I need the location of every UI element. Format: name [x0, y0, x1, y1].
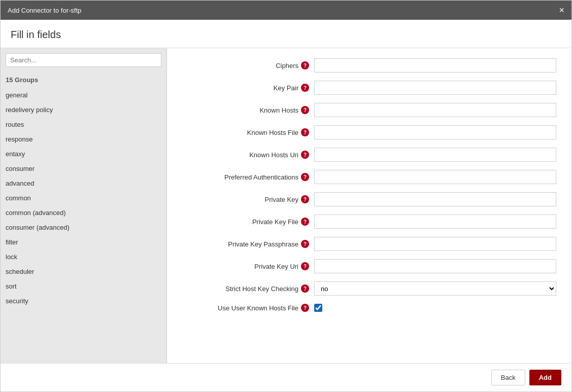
- sidebar-item-sort[interactable]: sort: [1, 279, 166, 294]
- sidebar-item-consumer-advanced[interactable]: consumer (advanced): [1, 220, 166, 235]
- input-known-hosts-uri[interactable]: [314, 148, 556, 162]
- form-row-ciphers: Ciphers ?: [182, 58, 556, 73]
- label-known-hosts-uri: Known Hosts Uri ?: [182, 151, 314, 159]
- label-known-hosts: Known Hosts ?: [182, 106, 314, 114]
- label-use-user-known-hosts-file: Use User Known Hosts File ?: [182, 304, 314, 312]
- sidebar-item-general[interactable]: general: [1, 88, 166, 102]
- help-icon-private-key[interactable]: ?: [301, 195, 309, 203]
- search-input[interactable]: [6, 53, 161, 67]
- help-icon-private-key-file[interactable]: ?: [301, 218, 309, 226]
- dialog-header: Add Connector to for-sftp ×: [1, 1, 571, 20]
- label-preferred-authentications: Preferred Authentications ?: [182, 173, 314, 181]
- sidebar-item-lock[interactable]: lock: [1, 250, 166, 264]
- input-private-key-passphrase[interactable]: [314, 237, 556, 251]
- form-row-strict-host-key-checking: Strict Host Key Checking ? no yes: [182, 281, 556, 296]
- search-container: [1, 48, 166, 72]
- sidebar-item-scheduler[interactable]: scheduler: [1, 264, 166, 279]
- form-row-private-key-file: Private Key File ?: [182, 215, 556, 229]
- dialog-header-title: Add Connector to for-sftp: [8, 7, 81, 14]
- groups-header: 15 Groups: [1, 72, 166, 88]
- sidebar-item-common-advanced[interactable]: common (advanced): [1, 205, 166, 220]
- help-icon-use-user-known-hosts-file[interactable]: ?: [301, 304, 309, 312]
- form-row-known-hosts-uri: Known Hosts Uri ?: [182, 148, 556, 162]
- add-button[interactable]: Add: [529, 370, 561, 385]
- back-button[interactable]: Back: [491, 370, 525, 385]
- page-title: Fill in fields: [11, 29, 561, 41]
- dialog-body: 15 Groups general redelivery policy rout…: [1, 48, 571, 363]
- sidebar-item-common[interactable]: common: [1, 191, 166, 205]
- dialog: Add Connector to for-sftp × Fill in fiel…: [0, 0, 572, 392]
- input-private-key-file[interactable]: [314, 215, 556, 229]
- sidebar-item-entaxy[interactable]: entaxy: [1, 147, 166, 161]
- label-private-key-uri: Private Key Uri ?: [182, 262, 314, 270]
- help-icon-ciphers[interactable]: ?: [301, 61, 309, 69]
- input-known-hosts[interactable]: [314, 103, 556, 117]
- form-row-private-key: Private Key ?: [182, 192, 556, 206]
- title-section: Fill in fields: [1, 20, 571, 48]
- form-row-use-user-known-hosts-file: Use User Known Hosts File ?: [182, 304, 556, 312]
- label-strict-host-key-checking: Strict Host Key Checking ?: [182, 284, 314, 293]
- help-icon-preferred-authentications[interactable]: ?: [301, 173, 309, 181]
- sidebar-item-security[interactable]: security: [1, 294, 166, 308]
- sidebar-item-consumer[interactable]: consumer: [1, 161, 166, 176]
- dialog-footer: Back Add: [1, 363, 571, 391]
- main-content: Ciphers ? Key Pair ? Known Hosts ?: [167, 48, 571, 363]
- sidebar-item-redelivery-policy[interactable]: redelivery policy: [1, 102, 166, 117]
- form-row-private-key-uri: Private Key Uri ?: [182, 259, 556, 273]
- input-key-pair[interactable]: [314, 81, 556, 95]
- label-known-hosts-file: Known Hosts File ?: [182, 128, 314, 136]
- label-ciphers: Ciphers ?: [182, 61, 314, 69]
- help-icon-known-hosts-file[interactable]: ?: [301, 128, 309, 136]
- input-private-key[interactable]: [314, 192, 556, 206]
- input-ciphers[interactable]: [314, 58, 556, 73]
- form-row-key-pair: Key Pair ?: [182, 81, 556, 95]
- label-private-key-file: Private Key File ?: [182, 218, 314, 226]
- form-row-known-hosts: Known Hosts ?: [182, 103, 556, 117]
- sidebar-item-advanced[interactable]: advanced: [1, 176, 166, 191]
- help-icon-strict-host-key-checking[interactable]: ?: [301, 284, 309, 293]
- form-row-preferred-authentications: Preferred Authentications ?: [182, 170, 556, 184]
- help-icon-private-key-uri[interactable]: ?: [301, 262, 309, 270]
- sidebar-item-routes[interactable]: routes: [1, 117, 166, 132]
- label-private-key: Private Key ?: [182, 195, 314, 203]
- label-private-key-passphrase: Private Key Passphrase ?: [182, 240, 314, 248]
- help-icon-known-hosts[interactable]: ?: [301, 106, 309, 114]
- label-key-pair: Key Pair ?: [182, 84, 314, 92]
- form-row-known-hosts-file: Known Hosts File ?: [182, 125, 556, 139]
- select-strict-host-key-checking[interactable]: no yes: [314, 281, 556, 296]
- help-icon-known-hosts-uri[interactable]: ?: [301, 151, 309, 159]
- input-private-key-uri[interactable]: [314, 259, 556, 273]
- sidebar-item-filter[interactable]: filter: [1, 235, 166, 250]
- sidebar: 15 Groups general redelivery policy rout…: [1, 48, 167, 363]
- sidebar-item-response[interactable]: response: [1, 132, 166, 147]
- input-known-hosts-file[interactable]: [314, 125, 556, 139]
- form-row-private-key-passphrase: Private Key Passphrase ?: [182, 237, 556, 251]
- help-icon-private-key-passphrase[interactable]: ?: [301, 240, 309, 248]
- checkbox-use-user-known-hosts-file[interactable]: [314, 304, 322, 312]
- input-preferred-authentications[interactable]: [314, 170, 556, 184]
- close-button[interactable]: ×: [559, 6, 564, 15]
- help-icon-key-pair[interactable]: ?: [301, 84, 309, 92]
